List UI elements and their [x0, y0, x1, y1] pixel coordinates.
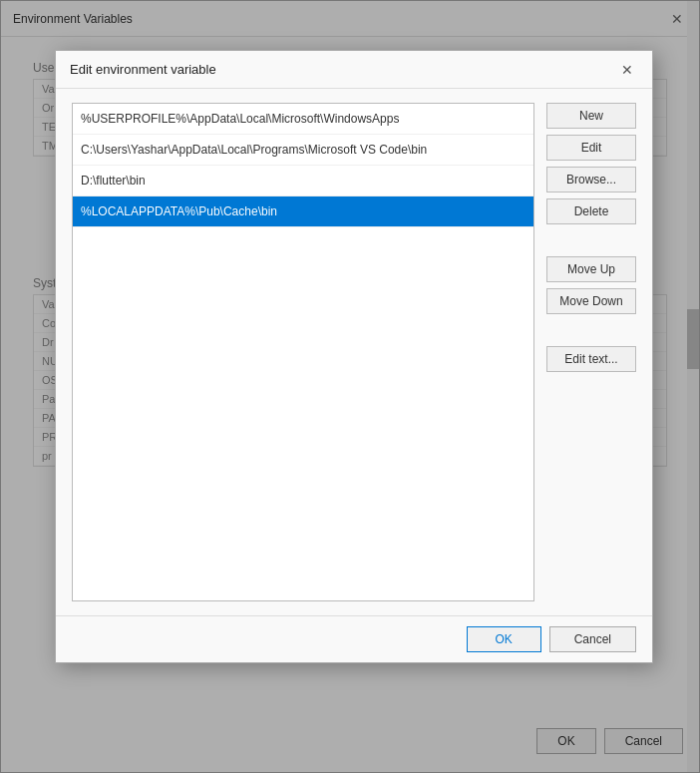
modal-footer: OK Cancel [56, 615, 652, 662]
modal-body: %USERPROFILE%\AppData\Local\Microsoft\Wi… [56, 89, 652, 615]
edit-text-button[interactable]: Edit text... [546, 346, 636, 372]
list-item[interactable]: D:\flutter\bin [73, 166, 533, 196]
button-spacer-2 [546, 320, 636, 340]
new-button[interactable]: New [546, 103, 636, 129]
list-item[interactable]: C:\Users\Yashar\AppData\Local\Programs\M… [73, 135, 533, 166]
modal-titlebar: Edit environment variable ✕ [56, 51, 652, 89]
edit-env-modal: Edit environment variable ✕ %USERPROFILE… [55, 50, 653, 663]
cancel-button[interactable]: Cancel [549, 626, 636, 652]
move-up-button[interactable]: Move Up [546, 256, 636, 282]
delete-button[interactable]: Delete [546, 198, 636, 224]
button-spacer [546, 230, 636, 250]
edit-button[interactable]: Edit [546, 135, 636, 161]
list-item-selected[interactable]: %LOCALAPPDATA%\Pub\Cache\bin [73, 196, 533, 227]
env-var-list[interactable]: %USERPROFILE%\AppData\Local\Microsoft\Wi… [72, 103, 534, 601]
action-buttons-panel: New Edit Browse... Delete Move Up Move D… [546, 103, 636, 601]
ok-button[interactable]: OK [467, 626, 541, 652]
move-down-button[interactable]: Move Down [546, 288, 636, 314]
modal-close-button[interactable]: ✕ [616, 59, 638, 81]
browse-button[interactable]: Browse... [546, 167, 636, 193]
modal-overlay: Edit environment variable ✕ %USERPROFILE… [0, 0, 700, 773]
modal-title: Edit environment variable [70, 62, 216, 77]
list-item[interactable]: %USERPROFILE%\AppData\Local\Microsoft\Wi… [73, 104, 533, 135]
